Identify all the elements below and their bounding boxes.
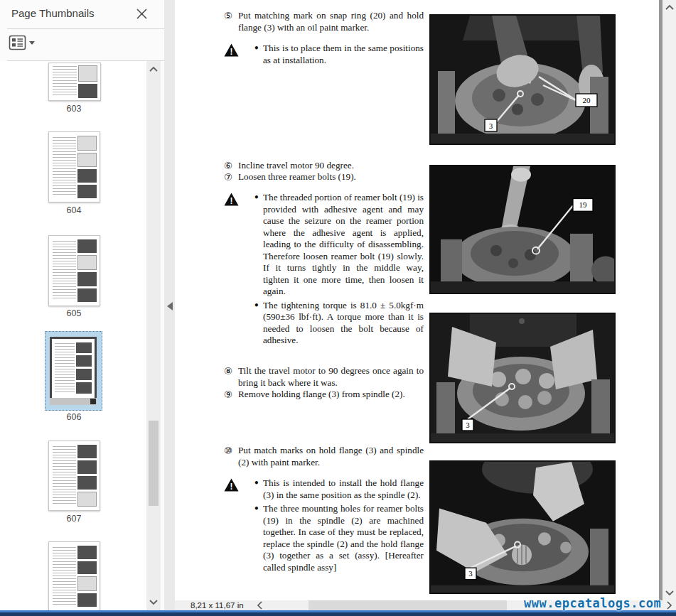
- warning-5: ! •This is to place them in the same pos…: [224, 43, 424, 66]
- step-marker: ⑩: [224, 445, 238, 468]
- thumbnail-page-view: [50, 337, 97, 405]
- document-page: ⑤ Put matching mark on snap ring (20) an…: [175, 0, 659, 600]
- step-text: Loosen three reamer bolts (19).: [238, 171, 424, 183]
- thumbnail-page-608[interactable]: [48, 541, 100, 611]
- callout-label-3: 3: [468, 569, 473, 578]
- step-text: Tilt the travel motor to 90 degrees once…: [238, 365, 424, 389]
- bullet-icon: •: [254, 477, 263, 501]
- thumbnail-number: 605: [42, 308, 106, 318]
- bullet-icon: •: [254, 43, 263, 66]
- page-size-label: 8,21 x 11,67 in: [191, 601, 244, 610]
- bullet-icon: •: [254, 300, 263, 347]
- thumbnail-number: 606: [42, 412, 106, 422]
- step-text: Put matching mark on snap ring (20) and …: [238, 10, 424, 33]
- svg-text:!: !: [230, 47, 233, 57]
- scroll-right-icon[interactable]: [663, 600, 675, 610]
- collapse-panel-icon[interactable]: [167, 302, 173, 310]
- scroll-up-icon[interactable]: [148, 65, 159, 75]
- thumbnail-photo-blocks: [77, 546, 96, 607]
- callout-label-19: 19: [579, 200, 588, 209]
- step-10: ⑩ Put match marks on hold flange (3) and…: [224, 445, 424, 468]
- photo-spindle-match-marking: 3: [429, 460, 616, 594]
- photo-hold-flange-removal: 3: [429, 313, 616, 443]
- thumbnail-photo-blocks: [77, 445, 96, 507]
- thumbnail-scrollbar-thumb[interactable]: [149, 421, 159, 506]
- step-text: Remove holding flange (3) from spindle (…: [238, 389, 424, 401]
- step-6: ⑥ Incline travel motor 90 degree.: [224, 160, 424, 172]
- step-9: ⑨ Remove holding flange (3) from spindle…: [224, 389, 424, 401]
- thumbnail-text-lines: [53, 137, 76, 197]
- thumbnail-text-lines: [55, 343, 75, 393]
- thumbnail-page-605[interactable]: [48, 235, 100, 306]
- thumbnail-photo-blocks: [78, 65, 97, 99]
- step-marker: ⑦: [224, 171, 238, 183]
- step-marker: ⑥: [224, 160, 238, 172]
- thumbnail-list: 603 604 605 606: [0, 61, 146, 610]
- close-panel-button[interactable]: [134, 6, 151, 23]
- step-text: Put match marks on hold flange (3) and s…: [238, 445, 424, 468]
- warning-text: The three mounting holes for reamer bolt…: [263, 503, 424, 573]
- step-7: ⑦ Loosen three reamer bolts (19).: [224, 171, 424, 183]
- thumbnail-options-button[interactable]: [9, 34, 37, 53]
- warning-text: This is to place them in the same positi…: [263, 43, 424, 66]
- warning-7: ! •The threaded portion of reamer bolt (…: [224, 192, 424, 347]
- thumbnail-number: 604: [42, 205, 106, 215]
- document-vertical-scrollbar[interactable]: [662, 0, 676, 600]
- panel-title: Page Thumbnails: [11, 7, 94, 19]
- bullet-icon: •: [254, 503, 263, 573]
- thumbnail-page-607[interactable]: [48, 441, 100, 511]
- horizontal-scrollbar-thumb[interactable]: [309, 600, 507, 610]
- warning-text: This is intended to install the hold fla…: [263, 477, 424, 501]
- step-marker: ⑧: [224, 365, 238, 389]
- scroll-left-icon[interactable]: [254, 600, 266, 610]
- warning-triangle-icon: !: [224, 192, 240, 347]
- step-marker: ⑨: [224, 389, 238, 401]
- scroll-down-icon[interactable]: [148, 597, 159, 607]
- step-5: ⑤ Put matching mark on snap ring (20) an…: [224, 10, 424, 33]
- thumbnail-text-lines: [53, 547, 76, 606]
- thumbnail-photo-blocks: [77, 239, 96, 302]
- close-icon: [134, 6, 151, 23]
- callout-label-20: 20: [583, 96, 591, 104]
- photo-snap-ring-marking: 20 3: [429, 14, 616, 145]
- thumbnail-page-603[interactable]: [48, 63, 101, 101]
- step-text: Incline travel motor 90 degree.: [238, 160, 424, 172]
- thumbnail-page-606-selected[interactable]: [45, 331, 102, 411]
- thumbnail-options-icon: [9, 34, 37, 53]
- callout-label-3: 3: [466, 421, 470, 429]
- warning-triangle-icon: !: [224, 477, 240, 573]
- warning-text: The tightening torque is 81.0 ± 5.0kgf·m…: [263, 300, 424, 347]
- thumbnail-number: 603: [42, 104, 106, 114]
- warning-text: The threaded portion of reamer bolt (19)…: [263, 192, 424, 298]
- photo-reamer-bolt-loosening: 19: [429, 165, 616, 294]
- step-8: ⑧ Tilt the travel motor to 90 degrees on…: [224, 365, 424, 389]
- chevron-down-icon: [29, 41, 35, 45]
- panel-divider: [7, 28, 168, 29]
- thumbnail-text-lines: [53, 446, 76, 505]
- view-region-handle[interactable]: [90, 399, 96, 404]
- callout-label-3: 3: [489, 121, 493, 130]
- pdf-viewer-window: Page Thumbnails: [0, 0, 676, 616]
- warning-10: ! •This is intended to install the hold …: [224, 477, 424, 573]
- step-marker: ⑤: [224, 10, 238, 33]
- watermark: www.epcatalogs.com: [524, 596, 661, 610]
- scroll-down-icon[interactable]: [664, 588, 675, 598]
- thumbnail-photo-blocks: [76, 342, 92, 394]
- warning-triangle-icon: !: [224, 43, 240, 66]
- svg-text:!: !: [230, 196, 233, 206]
- thumbnail-page-604[interactable]: [48, 131, 100, 202]
- window-bottom-border: [0, 610, 676, 616]
- svg-text:!: !: [230, 482, 233, 492]
- panel-splitter[interactable]: [164, 0, 175, 610]
- page-thumbnails-panel: Page Thumbnails: [0, 0, 175, 610]
- thumbnail-text-lines: [53, 241, 76, 301]
- thumbnail-scrollbar[interactable]: [146, 61, 161, 610]
- thumbnail-photo-blocks: [77, 136, 96, 198]
- scroll-up-icon[interactable]: [664, 3, 675, 13]
- bullet-icon: •: [254, 192, 263, 298]
- thumbnail-text-lines: [53, 66, 77, 98]
- thumbnail-number: 607: [42, 514, 106, 524]
